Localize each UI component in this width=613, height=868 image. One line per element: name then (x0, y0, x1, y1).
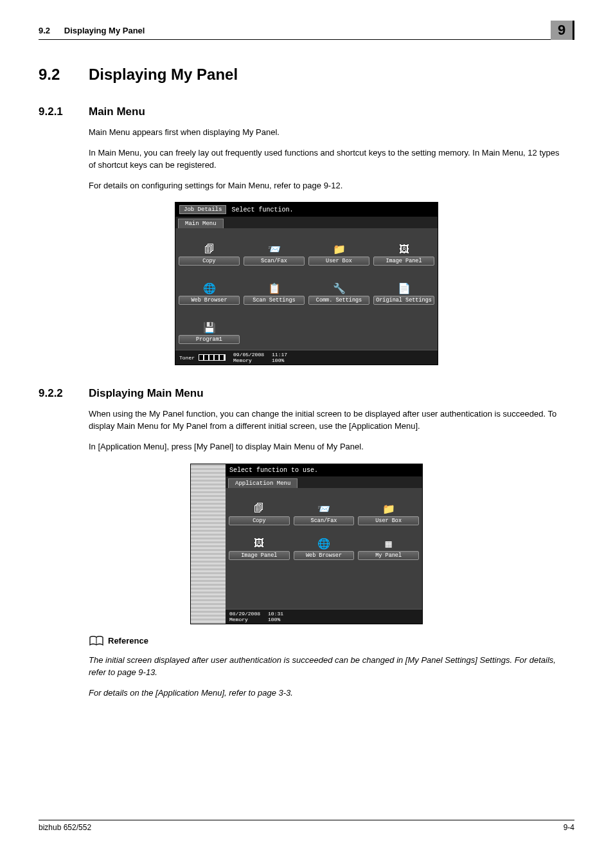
section-number: 9.2 (39, 66, 71, 84)
menu-item-label: Image Panel (229, 551, 290, 560)
menu-item-copy[interactable]: 🗐Copy (229, 493, 289, 525)
status-date: 08/29/2008 (229, 611, 260, 617)
menu-item-label: Scan Settings (244, 296, 305, 305)
footer-page: 9-4 (564, 823, 574, 832)
copy-icon: 🗐 (201, 242, 218, 257)
instruction-text: Select function. (231, 206, 293, 213)
reference-text: For details on the [Application Menu], r… (89, 687, 574, 700)
status-memory-val: 100% (272, 357, 284, 363)
menu-item-copy[interactable]: 🗐Copy (179, 233, 239, 266)
status-time: 10:31 (268, 611, 283, 617)
paragraph: In Main Menu, you can freely lay out fre… (89, 147, 568, 172)
menu-item-label: Web Browser (179, 296, 240, 305)
status-time: 11:17 (272, 352, 287, 357)
menu-item-label: User Box (308, 257, 369, 266)
imagepanel-icon: 🖼 (251, 537, 267, 551)
instruction-text: Select function to use. (229, 467, 318, 474)
status-memory-label: Memory (233, 357, 252, 363)
paragraph: For details on configuring settings for … (89, 180, 568, 192)
menu-item-program1[interactable]: 💾Program1 (179, 312, 239, 344)
menu-item-label: Comm. Settings (308, 296, 369, 305)
commsettings-icon: 🔧 (331, 282, 348, 296)
status-date: 09/05/2008 (233, 352, 264, 357)
footer-model: bizhub 652/552 (39, 823, 91, 832)
subsection-title: Main Menu (89, 105, 145, 118)
applicationmenu-screenshot: Select function to use. Application Menu… (190, 464, 423, 624)
scansettings-icon: 📋 (266, 282, 283, 296)
header-section-number: 9.2 (39, 26, 50, 35)
menu-item-image-panel[interactable]: 🖼Image Panel (374, 233, 434, 266)
subsection-title: Displaying Main Menu (89, 387, 204, 400)
webbrowser-icon: 🌐 (315, 537, 332, 551)
menu-item-scan-settings[interactable]: 📋Scan Settings (244, 273, 304, 305)
subsection-heading: 9.2.1 Main Menu (39, 105, 574, 118)
menu-item-web-browser[interactable]: 🌐Web Browser (294, 528, 354, 560)
scanfax-icon: 📨 (315, 502, 332, 516)
job-details-button[interactable]: Job Details (179, 205, 226, 214)
imagepanel-icon: 🖼 (396, 242, 413, 257)
menu-item-label: Copy (229, 516, 290, 525)
subsection-number: 9.2.1 (39, 105, 71, 118)
program-icon: 💾 (201, 321, 218, 335)
mainmenu-tab[interactable]: Main Menu (178, 219, 224, 228)
menu-item-label: Scan/Fax (244, 257, 305, 266)
copy-icon: 🗐 (251, 502, 267, 516)
reference-heading: Reference (89, 636, 574, 646)
menu-item-label: User Box (358, 516, 419, 525)
reference-label: Reference (108, 636, 148, 646)
menu-item-label: My Panel (358, 551, 419, 560)
menu-item-user-box[interactable]: 📁User Box (359, 493, 418, 525)
applicationmenu-tab[interactable]: Application Menu (228, 478, 298, 488)
toner-gauge-icon (199, 354, 226, 361)
userbox-icon: 📁 (380, 502, 397, 516)
header-section-title: Displaying My Panel (64, 26, 145, 35)
menu-item-user-box[interactable]: 📁User Box (309, 233, 369, 266)
menu-item-label: Scan/Fax (294, 516, 355, 525)
menu-item-label: Program1 (179, 335, 240, 344)
userbox-icon: 📁 (331, 242, 348, 257)
section-heading: 9.2 Displaying My Panel (39, 66, 574, 84)
menu-item-label: Image Panel (373, 257, 434, 266)
book-icon (89, 636, 104, 646)
mypanel-icon: ▦ (380, 537, 397, 551)
paragraph: When using the My Panel function, you ca… (89, 408, 568, 433)
chapter-badge: 9 (551, 21, 574, 40)
originalsettings-icon: 📄 (396, 282, 413, 296)
status-memory-val: 100% (268, 617, 280, 622)
webbrowser-icon: 🌐 (201, 282, 218, 296)
section-title: Displaying My Panel (89, 66, 238, 84)
toner-label: Toner (179, 355, 195, 361)
paragraph: In [Application Menu], press [My Panel] … (89, 441, 568, 453)
menu-item-image-panel[interactable]: 🖼Image Panel (229, 528, 289, 560)
menu-item-label: Web Browser (294, 551, 355, 560)
mainmenu-screenshot: Job Details Select function. Main Menu 🗐… (175, 202, 438, 365)
menu-item-scan-fax[interactable]: 📨Scan/Fax (244, 233, 304, 266)
paragraph: Main Menu appears first when displaying … (89, 127, 568, 139)
scanfax-icon: 📨 (266, 242, 283, 257)
menu-item-original-settings[interactable]: 📄Original Settings (374, 273, 434, 305)
status-memory-label: Memory (229, 617, 248, 622)
subsection-number: 9.2.2 (39, 387, 71, 400)
menu-item-label: Copy (179, 257, 240, 266)
menu-item-scan-fax[interactable]: 📨Scan/Fax (294, 493, 354, 525)
side-strip (191, 464, 226, 624)
menu-item-comm-settings[interactable]: 🔧Comm. Settings (309, 273, 369, 305)
menu-item-my-panel[interactable]: ▦My Panel (359, 528, 418, 560)
reference-text: The initial screen displayed after user … (89, 655, 574, 679)
menu-item-label: Original Settings (373, 296, 434, 305)
subsection-heading: 9.2.2 Displaying Main Menu (39, 387, 574, 400)
menu-item-web-browser[interactable]: 🌐Web Browser (179, 273, 239, 305)
